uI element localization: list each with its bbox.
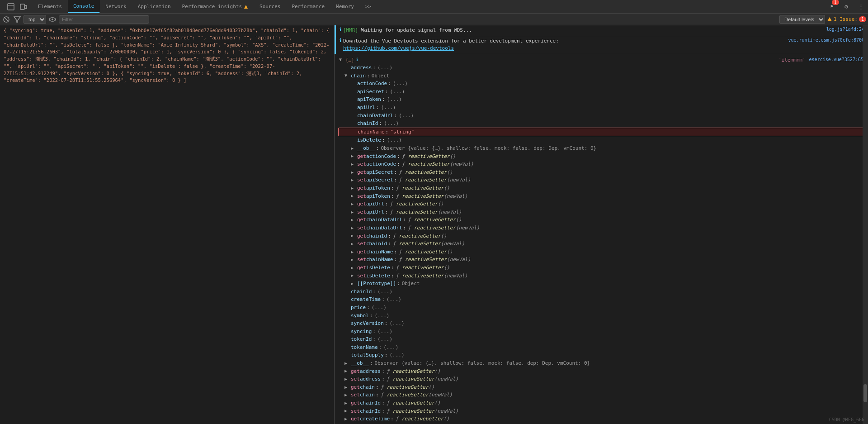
- tree-node-set-isdelete: set isDelete : ƒ reactiveSetter(newVal): [338, 272, 864, 280]
- svg-marker-3: [244, 5, 248, 9]
- tree-node-ob-chain[interactable]: __ob__ : Observer {value: {…}, shallow: …: [338, 144, 864, 152]
- tree-node-isdelete: isDelete : (...): [338, 136, 864, 144]
- vue-source-link[interactable]: vue.runtime.esm.js?0cfe:8700: [788, 38, 864, 43]
- svg-line-5: [5, 18, 8, 21]
- tree-node-chaindataurl: chainDataUrl : (...): [338, 112, 864, 120]
- more-options-icon[interactable]: ⋮: [855, 1, 866, 12]
- tree-node-get-address: get address : ƒ reactiveGetter(): [338, 367, 864, 376]
- hmr-source-link[interactable]: log.js?1afd:24: [826, 27, 864, 32]
- tree-node-get-apitoken: get apiToken : ƒ reactiveGetter(): [338, 184, 864, 192]
- tree-node-set-chainid-root: set chainId : ƒ reactiveSetter(newVal): [338, 407, 864, 415]
- ob-chain-expand[interactable]: [351, 145, 357, 152]
- settings-icon[interactable]: ⚙: [841, 1, 852, 12]
- tree-node-totalsupply: totalSupply : (...): [338, 351, 864, 359]
- svg-point-8: [52, 19, 53, 20]
- info-icon-vue: ℹ: [340, 38, 341, 43]
- console-toolbar: top Default levels 1 Issue: 1: [0, 14, 868, 25]
- tab-network[interactable]: Network: [100, 0, 132, 13]
- tree-view: {…} ℹ 'itemmmm' esercise.vue?3527:65 add…: [335, 54, 868, 424]
- tree-node-chainname-highlighted[interactable]: chainName : "string": [338, 128, 864, 137]
- root-expand-arrow[interactable]: [339, 56, 345, 63]
- scrollbar-track[interactable]: [863, 25, 868, 424]
- chain-expand-arrow[interactable]: [344, 72, 351, 79]
- console-message-vue: ℹ Download the Vue Devtools extension fo…: [335, 36, 868, 54]
- tree-node-symbol: symbol : (...): [338, 312, 864, 320]
- csdn-watermark: CSDN @MFG_666: [829, 417, 864, 422]
- tree-node-chainid-root: chainId : (...): [338, 288, 864, 296]
- filter-input[interactable]: [59, 15, 149, 24]
- tree-node-get-isdelete: get isDelete : ƒ reactiveGetter(): [338, 264, 864, 272]
- log-level-select[interactable]: Default levels: [779, 15, 825, 24]
- svg-rect-1: [20, 4, 24, 10]
- tree-node-price: price : (...): [338, 304, 864, 312]
- clear-console-button[interactable]: [2, 15, 11, 24]
- badge-icon[interactable]: ⚑ 1: [826, 1, 837, 12]
- issues-badge: 1 Issue: 1: [827, 16, 866, 22]
- tree-node-get-chainid-inner: get chainId : ƒ reactiveGetter(): [338, 232, 864, 240]
- tree-node-get-apiurl: get apiUrl : ƒ reactiveGetter(): [338, 200, 864, 208]
- set-actioncode-arrow[interactable]: [351, 161, 357, 168]
- source-panel: { "syncing": true, "tokenId": 1, "addres…: [0, 25, 335, 424]
- console-panel: ℹ [HMR] Waiting for update signal from W…: [335, 25, 868, 424]
- tree-node-tokenid: tokenId : (...): [338, 335, 864, 343]
- filter-toggle-icon[interactable]: [13, 15, 22, 24]
- tree-node-set-chainname: set chainName : ƒ reactiveSetter(newVal): [338, 256, 864, 264]
- tree-node-actioncode: actionCode : (...): [338, 80, 864, 88]
- root-label: {…}: [345, 56, 354, 64]
- tab-more[interactable]: >>: [360, 0, 377, 13]
- item-source[interactable]: esercise.vue?3527:65: [809, 56, 863, 63]
- tree-node-get-chainid-root: get chainId : ƒ reactiveGetter(): [338, 399, 864, 407]
- tree-node-set-apitoken: set apiToken : ƒ reactiveSetter(newVal): [338, 192, 864, 200]
- tree-node-prototype-inner[interactable]: [[Prototype]] : Object: [338, 280, 864, 288]
- svg-marker-9: [827, 17, 832, 21]
- tab-performance-insights[interactable]: Performance insights: [177, 0, 254, 13]
- tree-node-get-createtime: get createTime : ƒ reactiveGetter(): [338, 415, 864, 423]
- tab-application[interactable]: Application: [132, 0, 177, 13]
- tree-node-set-chainid-inner: set chainId : ƒ reactiveSetter(newVal): [338, 240, 864, 248]
- performance-insights-warning-icon: [244, 5, 248, 9]
- tree-node-syncing: syncing : (...): [338, 328, 864, 336]
- tree-node-ob-root[interactable]: __ob__ : Observer {value: {…}, shallow: …: [338, 359, 864, 367]
- tree-node-syncversion: syncVersion : (...): [338, 319, 864, 328]
- scrollbar-thumb[interactable]: [863, 384, 867, 402]
- tree-node-chainid-inner: chainId : (...): [338, 119, 864, 128]
- ob-root-expand[interactable]: [344, 360, 351, 367]
- tree-root[interactable]: {…} ℹ 'itemmmm' esercise.vue?3527:65: [338, 56, 864, 64]
- tab-elements[interactable]: Elements: [33, 0, 68, 13]
- tree-node-apiurl: apiUrl : (...): [338, 104, 864, 112]
- tree-node-chain[interactable]: chain : Object: [338, 72, 864, 80]
- tree-node-get-chainname: get chainName : ƒ reactiveGetter(): [338, 248, 864, 256]
- tree-node-apitoken: apiToken : (...): [338, 95, 864, 104]
- tree-node-get-apisecret: get apiSecret : ƒ reactiveGetter(): [338, 168, 864, 176]
- device-icon[interactable]: [18, 1, 29, 12]
- tree-node-get-actioncode: get actionCode : ƒ reactiveGetter(): [338, 152, 864, 161]
- tree-node-set-apiurl: set apiUrl : ƒ reactiveSetter(newVal): [338, 208, 864, 216]
- eye-icon[interactable]: [48, 15, 57, 24]
- console-message-hmr: ℹ [HMR] Waiting for update signal from W…: [335, 25, 868, 36]
- tab-memory[interactable]: Memory: [330, 0, 360, 13]
- context-select[interactable]: top: [24, 15, 46, 24]
- tree-node-set-actioncode: set actionCode : ƒ reactiveSetter(newVal…: [338, 160, 864, 168]
- tree-node-get-chain: get chain : ƒ reactiveGetter(): [338, 383, 864, 391]
- tree-node-tokenname: tokenName : (...): [338, 343, 864, 352]
- inspect-icon[interactable]: [5, 1, 16, 12]
- tree-node-address: address : (...): [338, 64, 864, 72]
- source-text: { "syncing": true, "tokenId": 1, "addres…: [4, 27, 330, 84]
- tab-performance[interactable]: Performance: [286, 0, 330, 13]
- toolbar-right: ⚑ 1 ⚙ ⋮: [826, 1, 866, 12]
- svg-rect-2: [25, 5, 27, 9]
- vue-devtools-link[interactable]: https://github.com/vuejs/vue-devtools: [343, 45, 454, 51]
- issues-warning-icon: [827, 17, 832, 22]
- main-tabs: Elements Console Network Application Per…: [33, 0, 377, 13]
- svg-rect-0: [8, 4, 14, 10]
- get-actioncode-arrow[interactable]: [351, 152, 357, 160]
- root-info-icon: ℹ: [356, 56, 358, 63]
- item-label: 'itemmmm': [778, 56, 806, 64]
- tab-console[interactable]: Console: [68, 0, 100, 13]
- main-container: { "syncing": true, "tokenId": 1, "addres…: [0, 25, 868, 424]
- tree-node-get-chaindataurl: get chainDataUrl : ƒ reactiveGetter(): [338, 216, 864, 224]
- vue-message-content: Download the Vue Devtools extension for …: [343, 38, 786, 52]
- tab-sources[interactable]: Sources: [254, 0, 286, 13]
- tree-node-set-apisecret: set apiSecret : ƒ reactiveSetter(newVal): [338, 176, 864, 184]
- info-icon-hmr: ℹ: [340, 27, 341, 33]
